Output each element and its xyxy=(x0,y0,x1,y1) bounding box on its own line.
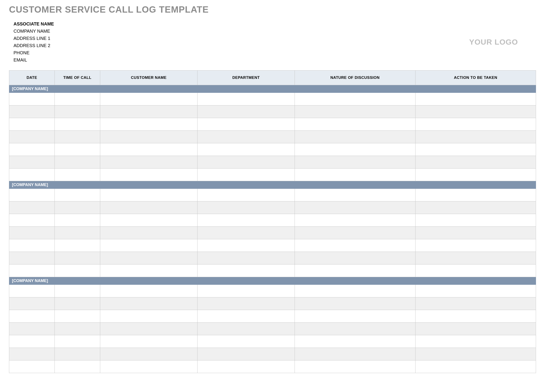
table-cell[interactable] xyxy=(9,227,55,239)
table-cell[interactable] xyxy=(197,106,295,118)
table-cell[interactable] xyxy=(295,264,415,277)
table-cell[interactable] xyxy=(100,335,197,348)
table-cell[interactable] xyxy=(197,201,295,214)
table-cell[interactable] xyxy=(55,348,100,361)
table-cell[interactable] xyxy=(100,156,197,168)
table-cell[interactable] xyxy=(9,335,55,348)
table-cell[interactable] xyxy=(197,214,295,227)
table-cell[interactable] xyxy=(55,106,100,118)
table-cell[interactable] xyxy=(197,118,295,131)
table-cell[interactable] xyxy=(415,264,536,277)
table-cell[interactable] xyxy=(415,189,536,201)
table-cell[interactable] xyxy=(55,239,100,252)
table-cell[interactable] xyxy=(197,335,295,348)
table-cell[interactable] xyxy=(415,361,536,373)
table-cell[interactable] xyxy=(295,118,415,131)
table-cell[interactable] xyxy=(9,310,55,323)
table-cell[interactable] xyxy=(415,93,536,106)
table-cell[interactable] xyxy=(55,264,100,277)
table-cell[interactable] xyxy=(415,323,536,335)
table-cell[interactable] xyxy=(9,168,55,181)
table-cell[interactable] xyxy=(100,214,197,227)
table-cell[interactable] xyxy=(100,361,197,373)
table-cell[interactable] xyxy=(9,264,55,277)
table-cell[interactable] xyxy=(9,348,55,361)
table-cell[interactable] xyxy=(100,143,197,156)
table-cell[interactable] xyxy=(295,201,415,214)
table-cell[interactable] xyxy=(55,93,100,106)
table-cell[interactable] xyxy=(100,227,197,239)
table-cell[interactable] xyxy=(197,361,295,373)
table-cell[interactable] xyxy=(9,201,55,214)
table-cell[interactable] xyxy=(197,93,295,106)
table-cell[interactable] xyxy=(197,227,295,239)
table-cell[interactable] xyxy=(415,131,536,143)
table-cell[interactable] xyxy=(415,348,536,361)
table-cell[interactable] xyxy=(415,168,536,181)
table-cell[interactable] xyxy=(55,335,100,348)
table-cell[interactable] xyxy=(415,310,536,323)
table-cell[interactable] xyxy=(415,297,536,310)
table-cell[interactable] xyxy=(9,323,55,335)
table-cell[interactable] xyxy=(295,189,415,201)
table-cell[interactable] xyxy=(295,143,415,156)
table-cell[interactable] xyxy=(295,348,415,361)
table-cell[interactable] xyxy=(55,168,100,181)
table-cell[interactable] xyxy=(415,239,536,252)
table-cell[interactable] xyxy=(55,201,100,214)
table-cell[interactable] xyxy=(295,361,415,373)
table-cell[interactable] xyxy=(100,93,197,106)
table-cell[interactable] xyxy=(100,106,197,118)
table-cell[interactable] xyxy=(55,361,100,373)
table-cell[interactable] xyxy=(100,118,197,131)
table-cell[interactable] xyxy=(9,214,55,227)
table-cell[interactable] xyxy=(197,264,295,277)
table-cell[interactable] xyxy=(9,118,55,131)
table-cell[interactable] xyxy=(197,310,295,323)
table-cell[interactable] xyxy=(197,168,295,181)
table-cell[interactable] xyxy=(55,285,100,297)
table-cell[interactable] xyxy=(100,264,197,277)
table-cell[interactable] xyxy=(9,285,55,297)
table-cell[interactable] xyxy=(55,214,100,227)
table-cell[interactable] xyxy=(197,285,295,297)
table-cell[interactable] xyxy=(197,323,295,335)
table-cell[interactable] xyxy=(55,252,100,264)
table-cell[interactable] xyxy=(197,156,295,168)
table-cell[interactable] xyxy=(197,189,295,201)
table-cell[interactable] xyxy=(415,285,536,297)
table-cell[interactable] xyxy=(295,252,415,264)
table-cell[interactable] xyxy=(55,131,100,143)
table-cell[interactable] xyxy=(9,143,55,156)
table-cell[interactable] xyxy=(100,297,197,310)
table-cell[interactable] xyxy=(100,201,197,214)
table-cell[interactable] xyxy=(100,348,197,361)
table-cell[interactable] xyxy=(197,348,295,361)
table-cell[interactable] xyxy=(415,201,536,214)
table-cell[interactable] xyxy=(9,297,55,310)
table-cell[interactable] xyxy=(415,156,536,168)
table-cell[interactable] xyxy=(295,310,415,323)
table-cell[interactable] xyxy=(197,143,295,156)
table-cell[interactable] xyxy=(9,93,55,106)
table-cell[interactable] xyxy=(415,118,536,131)
table-cell[interactable] xyxy=(295,131,415,143)
table-cell[interactable] xyxy=(55,227,100,239)
table-cell[interactable] xyxy=(415,335,536,348)
table-cell[interactable] xyxy=(197,239,295,252)
table-cell[interactable] xyxy=(9,131,55,143)
table-cell[interactable] xyxy=(55,189,100,201)
table-cell[interactable] xyxy=(9,106,55,118)
table-cell[interactable] xyxy=(100,285,197,297)
table-cell[interactable] xyxy=(9,239,55,252)
table-cell[interactable] xyxy=(295,227,415,239)
table-cell[interactable] xyxy=(55,323,100,335)
table-cell[interactable] xyxy=(100,310,197,323)
table-cell[interactable] xyxy=(55,297,100,310)
table-cell[interactable] xyxy=(197,297,295,310)
table-cell[interactable] xyxy=(9,252,55,264)
table-cell[interactable] xyxy=(295,93,415,106)
table-cell[interactable] xyxy=(295,239,415,252)
table-cell[interactable] xyxy=(9,156,55,168)
table-cell[interactable] xyxy=(100,189,197,201)
